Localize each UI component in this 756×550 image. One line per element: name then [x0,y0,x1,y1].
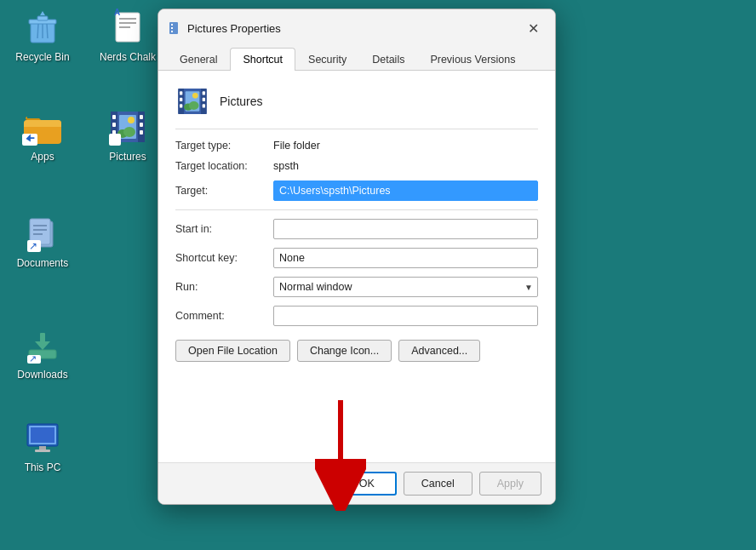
target-label: Target: [175,185,273,197]
dialog-title: Pictures Properties [187,22,281,35]
change-icon-button[interactable]: Change Icon... [297,340,392,362]
title-bar: Pictures Properties ✕ [158,9,555,47]
pictures-desktop-icon[interactable]: ↗ Pictures [89,106,166,164]
svg-point-57 [189,101,199,110]
svg-line-5 [47,24,48,38]
target-type-row: Target type: File folder [175,140,538,152]
target-row: Target: [175,180,538,201]
target-type-value: File folder [273,140,320,152]
svg-rect-54 [203,104,205,107]
dialog-footer: OK Cancel Apply [158,462,555,504]
svg-rect-19 [140,123,143,127]
svg-rect-39 [31,427,54,443]
svg-rect-44 [171,27,173,29]
nerds-chalk-label: Nerds Chalk [100,51,156,65]
apply-button[interactable]: Apply [479,472,541,496]
target-input[interactable] [273,180,538,201]
tab-security[interactable]: Security [295,48,359,71]
file-header: Pictures [175,84,538,129]
svg-marker-34 [35,341,50,350]
start-in-label: Start in: [175,223,273,235]
svg-rect-20 [140,130,143,135]
ok-button[interactable]: OK [337,472,397,496]
run-select[interactable]: Normal window Minimized Maximized [273,277,538,297]
svg-rect-52 [203,91,205,95]
run-select-wrapper: Normal window Minimized Maximized ▼ [273,277,538,297]
svg-rect-45 [171,31,173,32]
pictures-desktop-label: Pictures [109,151,146,164]
target-location-row: Target location: spsth [175,160,538,172]
thispc-label: This PC [25,461,61,475]
shortcut-key-row: Shortcut key: [175,248,538,268]
run-row: Run: Normal window Minimized Maximized ▼ [175,277,538,297]
svg-point-24 [128,117,135,123]
tab-shortcut[interactable]: Shortcut [230,48,295,71]
dialog-content: Pictures Target type: File folder Target… [158,71,555,462]
svg-line-3 [37,24,38,38]
svg-text:A: A [114,9,120,17]
svg-point-58 [192,93,198,99]
file-name: Pictures [220,95,263,108]
svg-rect-16 [112,123,116,127]
close-button[interactable]: ✕ [521,16,545,40]
run-label: Run: [175,281,273,293]
shortcut-key-input[interactable] [273,248,538,268]
recycle-bin-icon[interactable]: Recycle Bin [4,7,81,65]
file-icon [175,84,209,118]
svg-rect-41 [35,450,50,452]
svg-rect-15 [112,115,116,119]
target-type-label: Target type: [175,140,273,152]
comment-label: Comment: [175,310,273,322]
thispc-icon[interactable]: This PC [4,417,81,475]
documents-icon[interactable]: ↗ Documents [4,213,81,271]
comment-input[interactable] [273,306,538,326]
dialog-icon [169,21,182,35]
target-location-label: Target location: [175,160,273,172]
advanced-button[interactable]: Advanced... [398,340,480,362]
start-in-input[interactable] [273,219,538,239]
recycle-bin-label: Recycle Bin [15,51,69,65]
svg-rect-42 [169,22,178,34]
downloads-icon[interactable]: ↗ Downloads [4,324,81,382]
nerds-chalk-icon[interactable]: A Nerds Chalk [89,7,166,65]
cancel-button[interactable]: Cancel [404,472,472,496]
tabs-bar: General Shortcut Security Details Previo… [158,47,555,71]
start-in-row: Start in: [175,219,538,239]
apps-label: Apps [31,151,54,164]
svg-point-23 [123,127,135,137]
documents-label: Documents [17,257,69,271]
svg-text:↗: ↗ [29,240,37,252]
shortcut-key-label: Shortcut key: [175,252,273,264]
svg-rect-50 [180,98,182,101]
tab-details[interactable]: Details [359,48,417,71]
comment-row: Comment: [175,306,538,326]
svg-text:↗: ↗ [29,353,37,364]
tab-general[interactable]: General [167,48,230,71]
svg-rect-43 [171,24,173,26]
downloads-label: Downloads [17,369,67,382]
properties-dialog: Pictures Properties ✕ General Shortcut S… [158,9,556,505]
title-bar-left: Pictures Properties [169,21,281,35]
tab-previous-versions[interactable]: Previous Versions [417,48,528,71]
target-location-value: spsth [273,160,299,172]
open-file-location-button[interactable]: Open File Location [175,340,290,362]
apps-icon[interactable]: Apps [4,106,81,164]
svg-rect-18 [140,115,143,119]
svg-rect-51 [180,104,182,107]
svg-rect-2 [37,16,48,20]
action-buttons: Open File Location Change Icon... Advanc… [175,340,538,362]
svg-rect-49 [180,91,182,95]
svg-rect-53 [203,98,205,101]
